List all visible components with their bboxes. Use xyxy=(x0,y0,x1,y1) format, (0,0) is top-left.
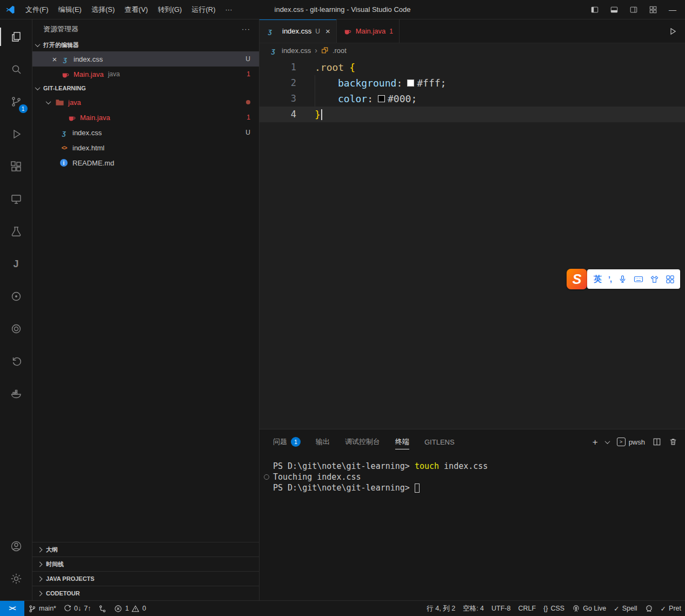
problems-item[interactable]: 1 0 xyxy=(110,601,150,616)
terminal-shell-item[interactable]: > pwsh xyxy=(617,438,645,446)
tree-file-readme[interactable]: i README.md xyxy=(32,155,259,170)
menu-edit[interactable]: 编辑(E) xyxy=(54,3,87,17)
status-bar-right: 行 4, 列 2 空格: 4 UTF-8 CRLF {} CSS Go Live… xyxy=(423,601,685,616)
activity-docker[interactable] xyxy=(3,381,29,407)
activity-java[interactable]: J xyxy=(3,251,29,277)
activity-explorer[interactable] xyxy=(3,24,29,50)
git-status-badge: U xyxy=(245,129,250,136)
open-editors-header[interactable]: 打开的编辑器 xyxy=(32,38,259,51)
indentation-item[interactable]: 空格: 4 xyxy=(459,601,488,616)
activity-remote-explorer[interactable] xyxy=(3,186,29,212)
sogou-logo-icon[interactable]: S xyxy=(567,269,587,289)
tab-mainjava[interactable]: Main.java 1 xyxy=(337,19,400,43)
code-line-1[interactable]: 1 .root{ xyxy=(260,59,685,75)
toggle-primary-sidebar-icon[interactable] xyxy=(590,5,600,15)
terminal-content[interactable]: PS D:\git\note\git-learning> touch index… xyxy=(260,454,685,493)
panel-tab-gitlens[interactable]: GITLENS xyxy=(424,429,455,454)
section-outline[interactable]: 大纲 xyxy=(32,542,259,557)
remote-indicator[interactable]: >< xyxy=(0,601,24,616)
compare-branch-icon xyxy=(98,605,107,613)
color-swatch[interactable] xyxy=(407,80,414,87)
open-editor-item-mainjava[interactable]: Main.java java 1 xyxy=(32,67,259,82)
activity-account[interactable] xyxy=(3,533,29,559)
tree-file-indexcss[interactable]: ʒ index.css U xyxy=(32,125,259,140)
code-line-3[interactable]: 3 color:#000; xyxy=(260,91,685,107)
explorer-more-icon[interactable]: ··· xyxy=(242,25,250,33)
encoding-item[interactable]: UTF-8 xyxy=(488,601,514,616)
customize-layout-icon[interactable] xyxy=(648,5,658,15)
kill-terminal-icon[interactable] xyxy=(669,438,677,446)
problems-badge: 1 xyxy=(389,28,393,35)
line-col-item[interactable]: 行 4, 列 2 xyxy=(423,601,459,616)
panel-tab-output[interactable]: 输出 xyxy=(316,429,330,454)
microphone-icon[interactable] xyxy=(618,275,627,284)
panel-tab-label: 输出 xyxy=(316,437,330,447)
panel-tab-debug-console[interactable]: 调试控制台 xyxy=(345,429,380,454)
tree-file-indexhtml[interactable]: <> index.html xyxy=(32,140,259,155)
go-live-item[interactable]: Go Live xyxy=(568,601,610,616)
panel-tab-problems[interactable]: 问题 1 xyxy=(273,429,301,454)
activity-circle-tool[interactable] xyxy=(3,283,29,309)
tab-indexcss[interactable]: ʒ index.css U × xyxy=(260,19,337,43)
github-item[interactable] xyxy=(641,601,657,616)
code-line-4[interactable]: 4 } xyxy=(260,107,685,122)
css-file-icon: ʒ xyxy=(269,46,278,55)
command-decoration-icon[interactable] xyxy=(264,474,269,480)
minimize-button[interactable]: — xyxy=(668,5,677,15)
menu-selection[interactable]: 选择(S) xyxy=(87,3,119,17)
menu-run[interactable]: 运行(R) xyxy=(187,3,220,17)
eol-item[interactable]: CRLF xyxy=(514,601,540,616)
menu-more[interactable]: ··· xyxy=(220,3,237,16)
menu-goto[interactable]: 转到(G) xyxy=(153,3,187,17)
activity-bar: 1 J xyxy=(0,19,32,600)
color-swatch[interactable] xyxy=(378,95,385,102)
toggle-secondary-sidebar-icon[interactable] xyxy=(629,5,639,15)
workspace-header[interactable]: GIT-LEARNING xyxy=(32,82,259,95)
compare-branch-item[interactable] xyxy=(95,601,110,616)
account-icon xyxy=(10,540,23,553)
ime-language-mode[interactable]: 英 xyxy=(594,274,602,284)
breadcrumb-symbol[interactable]: .root xyxy=(332,47,347,55)
problems-badge: 1 xyxy=(247,70,250,78)
open-editor-item-indexcss[interactable]: × ʒ index.css U xyxy=(32,51,259,67)
close-icon[interactable]: × xyxy=(325,27,330,36)
sync-item[interactable]: 0↓ 7↑ xyxy=(60,601,95,616)
section-timeline[interactable]: 时间线 xyxy=(32,557,259,571)
section-java-projects[interactable]: JAVA PROJECTS xyxy=(32,571,259,586)
menu-view[interactable]: 查看(V) xyxy=(119,3,152,17)
prettier-item[interactable]: ✓ Pret xyxy=(657,601,685,616)
run-button[interactable] xyxy=(668,27,677,36)
activity-target-tool[interactable] xyxy=(3,316,29,342)
status-bar: >< main* 0↓ 7↑ 1 0 行 4, 列 2 空格: 4 UTF-8 … xyxy=(0,600,685,616)
panel-tab-label: 问题 xyxy=(273,437,287,447)
open-brace: { xyxy=(349,59,355,75)
code-line-2[interactable]: 2 background:#fff; xyxy=(260,75,685,91)
language-item[interactable]: {} CSS xyxy=(540,601,568,616)
section-codetour[interactable]: CODETOUR xyxy=(32,586,259,600)
skin-shirt-icon[interactable] xyxy=(650,275,659,284)
panel-tab-terminal[interactable]: 终端 xyxy=(395,429,409,454)
breadcrumb-file[interactable]: index.css xyxy=(282,47,311,55)
new-terminal-button[interactable]: + xyxy=(593,438,598,447)
branch-item[interactable]: main* xyxy=(24,601,60,616)
spell-item[interactable]: ✓ Spell xyxy=(610,601,641,616)
close-icon[interactable]: × xyxy=(49,55,61,64)
ime-punctuation-toggle[interactable]: ’, xyxy=(608,275,611,283)
activity-history[interactable] xyxy=(3,348,29,374)
menu-file[interactable]: 文件(F) xyxy=(21,3,54,17)
prettier-text: Pret xyxy=(669,605,681,612)
split-terminal-icon[interactable] xyxy=(653,438,661,446)
activity-extensions[interactable] xyxy=(3,154,29,180)
toggle-panel-icon[interactable] xyxy=(609,5,619,15)
activity-source-control[interactable]: 1 xyxy=(3,89,29,115)
keyboard-icon[interactable] xyxy=(634,274,643,284)
activity-settings[interactable] xyxy=(3,566,29,592)
activity-run-debug[interactable] xyxy=(3,121,29,147)
activity-search[interactable] xyxy=(3,56,29,82)
terminal-dropdown-icon[interactable] xyxy=(604,439,610,444)
tree-folder-java[interactable]: java xyxy=(32,95,259,110)
code-area[interactable]: 1 .root{ 2 background:#fff; 3 color:#000… xyxy=(260,57,685,122)
tree-file-mainjava[interactable]: Main.java 1 xyxy=(32,110,259,125)
toolbox-grid-icon[interactable] xyxy=(666,275,675,284)
activity-testing[interactable] xyxy=(3,218,29,244)
